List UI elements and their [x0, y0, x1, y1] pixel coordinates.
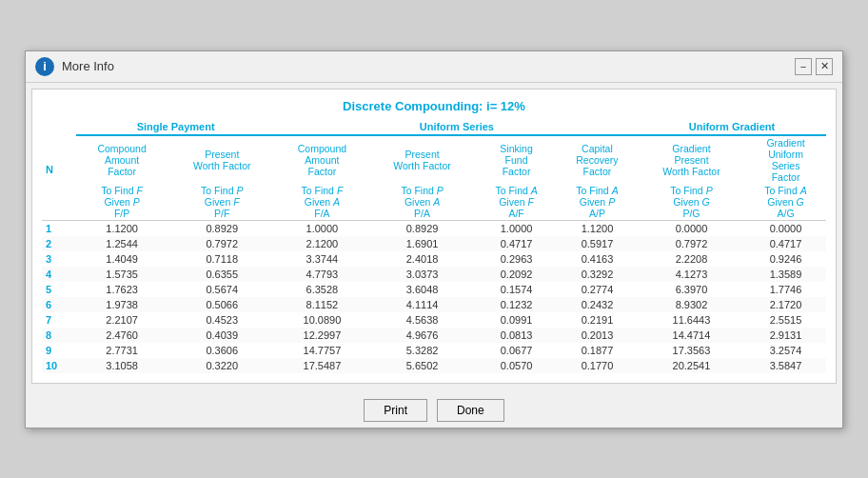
n-header: N: [42, 119, 76, 221]
data-cell: 0.4717: [476, 236, 557, 251]
data-cell: 4.1273: [638, 267, 745, 282]
data-cell: 0.4163: [557, 251, 638, 267]
find-af: To Find AGiven FA/F: [476, 184, 557, 221]
data-cell: 17.5487: [276, 358, 368, 373]
title-bar-left: i More Info: [35, 57, 114, 76]
data-cell: 0.0813: [476, 328, 557, 343]
table-row: 21.25440.79722.12001.69010.47170.59170.7…: [42, 236, 826, 251]
main-window: i More Info − ✕ Discrete Compounding: i=…: [25, 50, 843, 428]
data-cell: 2.1200: [276, 236, 368, 251]
window-body: Discrete Compounding: i= 12% N Single Pa…: [31, 89, 837, 384]
n-cell: 3: [42, 251, 76, 267]
n-cell: 7: [42, 312, 76, 328]
data-cell: 0.5917: [557, 236, 638, 251]
data-cell: 0.4523: [168, 312, 276, 328]
data-cell: 3.0373: [368, 267, 476, 282]
data-cell: 2.9131: [745, 328, 826, 343]
data-cell: 10.0890: [276, 312, 368, 328]
data-cell: 14.4714: [638, 328, 745, 343]
data-cell: 0.0991: [476, 312, 557, 328]
data-cell: 3.2574: [745, 343, 826, 358]
find-fa: To Find FGiven AF/A: [276, 184, 368, 221]
data-cell: 0.5066: [168, 297, 276, 312]
find-ag: To Find AGiven GA/G: [745, 184, 826, 221]
table-row: 82.47600.403912.29974.96760.08130.201314…: [42, 328, 826, 343]
data-cell: 1.0000: [276, 220, 368, 236]
n-cell: 6: [42, 297, 76, 312]
data-cell: 0.1770: [557, 358, 638, 373]
data-cell: 3.1058: [76, 358, 168, 373]
n-cell: 8: [42, 328, 76, 343]
data-cell: 2.4760: [76, 328, 168, 343]
data-cell: 0.4039: [168, 328, 276, 343]
data-cell: 1.9738: [76, 297, 168, 312]
data-cell: 0.2963: [476, 251, 557, 267]
col-gradient-present: GradientPresentWorth Factor: [638, 135, 745, 184]
data-cell: 1.6901: [368, 236, 476, 251]
data-cell: 14.7757: [276, 343, 368, 358]
data-cell: 3.5847: [745, 358, 826, 373]
data-cell: 0.3606: [168, 343, 276, 358]
data-cell: 4.7793: [276, 267, 368, 282]
data-cell: 17.3563: [638, 343, 745, 358]
data-cell: 0.4717: [745, 236, 826, 251]
data-cell: 1.1200: [557, 220, 638, 236]
data-cell: 2.1720: [745, 297, 826, 312]
print-button[interactable]: Print: [364, 399, 427, 422]
data-cell: 6.3970: [638, 282, 745, 297]
data-cell: 0.0570: [476, 358, 557, 373]
table-body: 11.12000.89291.00000.89291.00001.12000.0…: [42, 220, 826, 373]
table-row: 61.97380.50668.11524.11140.12320.24328.9…: [42, 297, 826, 312]
data-cell: 2.5515: [745, 312, 826, 328]
data-cell: 0.2432: [557, 297, 638, 312]
data-cell: 4.1114: [368, 297, 476, 312]
col-compound-amount: CompoundAmountFactor: [76, 135, 168, 184]
data-cell: 1.2544: [76, 236, 168, 251]
data-cell: 1.3589: [745, 267, 826, 282]
data-cell: 0.9246: [745, 251, 826, 267]
close-button[interactable]: ✕: [816, 58, 833, 75]
title-bar-controls: − ✕: [795, 58, 833, 75]
data-cell: 3.3744: [276, 251, 368, 267]
data-cell: 1.0000: [476, 220, 557, 236]
done-button[interactable]: Done: [437, 399, 504, 422]
data-cell: 0.3220: [168, 358, 276, 373]
data-cell: 8.9302: [638, 297, 745, 312]
col-present-worth-1: PresentWorth Factor: [168, 135, 276, 184]
info-icon: i: [35, 57, 54, 76]
table-row: 92.77310.360614.77575.32820.06770.187717…: [42, 343, 826, 358]
n-cell: 10: [42, 358, 76, 373]
data-cell: 0.2191: [557, 312, 638, 328]
table-row: 41.57350.63554.77933.03730.20920.32924.1…: [42, 267, 826, 282]
data-cell: 0.7972: [638, 236, 745, 251]
find-pf: To Find PGiven FP/F: [168, 184, 276, 221]
data-cell: 4.5638: [368, 312, 476, 328]
window-title: More Info: [62, 59, 114, 73]
data-cell: 11.6443: [638, 312, 745, 328]
col-sinking-fund: SinkingFundFactor: [476, 135, 557, 184]
group-header-row: N Single Payment Uniform Series Uniform …: [42, 119, 826, 135]
table-row: 11.12000.89291.00000.89291.00001.12000.0…: [42, 220, 826, 236]
col-capital-recovery: CapitalRecoveryFactor: [557, 135, 638, 184]
data-cell: 0.2092: [476, 267, 557, 282]
table-row: 51.76230.56746.35283.60480.15740.27746.3…: [42, 282, 826, 297]
data-cell: 0.5674: [168, 282, 276, 297]
data-table: N Single Payment Uniform Series Uniform …: [42, 119, 826, 373]
col-gradient-uniform: GradientUniformSeriesFactor: [745, 135, 826, 184]
table-row: 103.10580.322017.54875.65020.05700.17702…: [42, 358, 826, 373]
minimize-button[interactable]: −: [795, 58, 812, 75]
data-cell: 20.2541: [638, 358, 745, 373]
data-cell: 2.7731: [76, 343, 168, 358]
n-cell: 5: [42, 282, 76, 297]
data-cell: 2.2107: [76, 312, 168, 328]
data-cell: 0.3292: [557, 267, 638, 282]
table-title: Discrete Compounding: i= 12%: [42, 99, 826, 113]
data-cell: 1.7623: [76, 282, 168, 297]
data-cell: 0.1574: [476, 282, 557, 297]
data-cell: 5.3282: [368, 343, 476, 358]
table-row: 31.40490.71183.37442.40180.29630.41632.2…: [42, 251, 826, 267]
data-cell: 3.6048: [368, 282, 476, 297]
data-cell: 2.4018: [368, 251, 476, 267]
footer: Print Done: [26, 389, 842, 428]
n-cell: 2: [42, 236, 76, 251]
